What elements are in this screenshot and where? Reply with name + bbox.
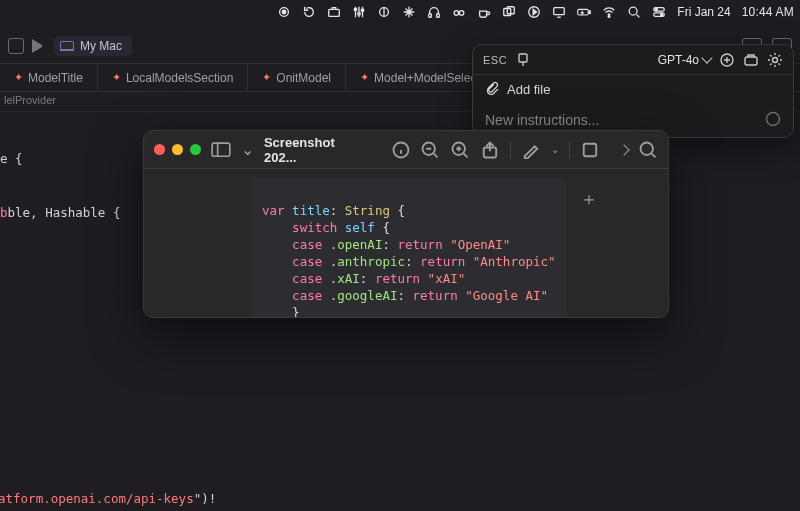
- prompt-placeholder[interactable]: New instructions...: [485, 112, 599, 128]
- coffee-icon[interactable]: [477, 5, 491, 19]
- battery-icon[interactable]: [577, 5, 591, 19]
- pin-icon[interactable]: [515, 52, 531, 68]
- preview-window: ⌄ Screenshot 202... ⌄ ＋ var title: Strin…: [143, 130, 669, 318]
- tab-label: OnitModel: [276, 71, 331, 85]
- model-selector[interactable]: GPT-4o: [658, 53, 711, 67]
- markup-icon[interactable]: [521, 140, 541, 160]
- svg-rect-7: [429, 14, 432, 18]
- svg-rect-8: [437, 14, 440, 18]
- settings-icon[interactable]: [767, 52, 783, 68]
- laptop-icon: [60, 41, 74, 51]
- headphones-icon[interactable]: [427, 5, 441, 19]
- play-circle-icon[interactable]: [527, 5, 541, 19]
- swift-icon: ✦: [14, 71, 23, 84]
- search-icon[interactable]: [638, 140, 658, 160]
- preview-title: Screenshot 202...: [264, 135, 371, 165]
- svg-point-9: [455, 11, 459, 15]
- paperclip-icon: [485, 81, 499, 98]
- circle-icon[interactable]: [377, 5, 391, 19]
- ai-assistant-panel: ESC GPT-4o Add file New instructions...: [472, 44, 794, 138]
- svg-point-27: [767, 112, 780, 125]
- windows-icon[interactable]: [502, 5, 516, 19]
- toolbox-icon[interactable]: [327, 5, 341, 19]
- new-chat-icon[interactable]: [719, 52, 735, 68]
- svg-rect-23: [519, 54, 527, 62]
- model-label: GPT-4o: [658, 53, 699, 67]
- device-selector[interactable]: My Mac: [54, 36, 132, 56]
- wifi-icon[interactable]: [602, 5, 616, 19]
- asterisk-icon[interactable]: [402, 5, 416, 19]
- add-cursor-icon: ＋: [580, 187, 598, 211]
- chevron-down-icon[interactable]: ⌄: [241, 140, 254, 159]
- display-icon[interactable]: [552, 5, 566, 19]
- code-snippet: var title: String { switch self { case .…: [252, 179, 566, 318]
- svg-rect-33: [584, 143, 596, 155]
- refresh-icon[interactable]: [302, 5, 316, 19]
- preview-titlebar[interactable]: ⌄ Screenshot 202... ⌄: [144, 131, 668, 169]
- add-file-row[interactable]: Add file: [473, 75, 793, 103]
- svg-rect-14: [554, 8, 565, 15]
- info-icon[interactable]: [391, 140, 411, 160]
- run-button-icon[interactable]: [32, 39, 46, 53]
- swift-icon: ✦: [360, 71, 369, 84]
- sidebar-toggle-icon[interactable]: [8, 38, 24, 54]
- device-label: My Mac: [80, 39, 122, 53]
- tab-label: LocalModelsSection: [126, 71, 233, 85]
- background-code: e { bble, Hashable { atform.openai.com/a…: [0, 114, 120, 258]
- breadcrumb-label: lelProvider: [4, 94, 56, 106]
- tab-label: ModelTitle: [28, 71, 83, 85]
- chevron-down-icon: [701, 52, 712, 63]
- control-center-icon[interactable]: [652, 5, 666, 19]
- fullscreen-window-icon[interactable]: [190, 144, 201, 155]
- share-icon[interactable]: [480, 140, 500, 160]
- svg-point-1: [283, 10, 287, 14]
- svg-rect-2: [329, 9, 340, 16]
- rotate-icon[interactable]: [580, 140, 600, 160]
- menubar-time[interactable]: 10:44 AM: [742, 5, 794, 19]
- zoom-out-icon[interactable]: [420, 140, 440, 160]
- svg-point-22: [661, 14, 663, 16]
- svg-rect-16: [589, 11, 590, 14]
- esc-label[interactable]: ESC: [483, 54, 507, 66]
- send-icon[interactable]: [765, 111, 781, 130]
- svg-point-17: [608, 16, 610, 18]
- svg-point-26: [773, 57, 778, 62]
- divider: [510, 141, 511, 159]
- tab-modeltitle[interactable]: ✦ModelTitle: [0, 64, 98, 91]
- chevron-down-icon[interactable]: ⌄: [551, 144, 559, 155]
- tab-onitmodel[interactable]: ✦OnitModel: [248, 64, 346, 91]
- zoom-in-icon[interactable]: [450, 140, 470, 160]
- add-file-label: Add file: [507, 82, 550, 97]
- spotlight-icon[interactable]: [627, 5, 641, 19]
- chevron-right-icon[interactable]: [618, 144, 629, 155]
- macos-menubar: Fri Jan 24 10:44 AM: [0, 0, 800, 24]
- menubar-date[interactable]: Fri Jan 24: [677, 5, 730, 19]
- tab-localmodelssection[interactable]: ✦LocalModelsSection: [98, 64, 248, 91]
- history-icon[interactable]: [743, 52, 759, 68]
- ai-panel-header: ESC GPT-4o: [473, 45, 793, 75]
- svg-point-18: [630, 7, 638, 15]
- svg-rect-28: [212, 143, 230, 156]
- sidebar-icon[interactable]: [211, 140, 231, 160]
- svg-rect-25: [745, 57, 757, 65]
- swift-icon: ✦: [262, 71, 271, 84]
- divider: [569, 141, 570, 159]
- swift-icon: ✦: [112, 71, 121, 84]
- minimize-window-icon[interactable]: [172, 144, 183, 155]
- record-icon[interactable]: [277, 5, 291, 19]
- traffic-lights: [154, 144, 201, 155]
- sliders-icon[interactable]: [352, 5, 366, 19]
- svg-point-21: [656, 8, 658, 10]
- svg-point-34: [641, 142, 653, 154]
- close-window-icon[interactable]: [154, 144, 165, 155]
- svg-point-10: [460, 11, 464, 15]
- glasses-icon[interactable]: [452, 5, 466, 19]
